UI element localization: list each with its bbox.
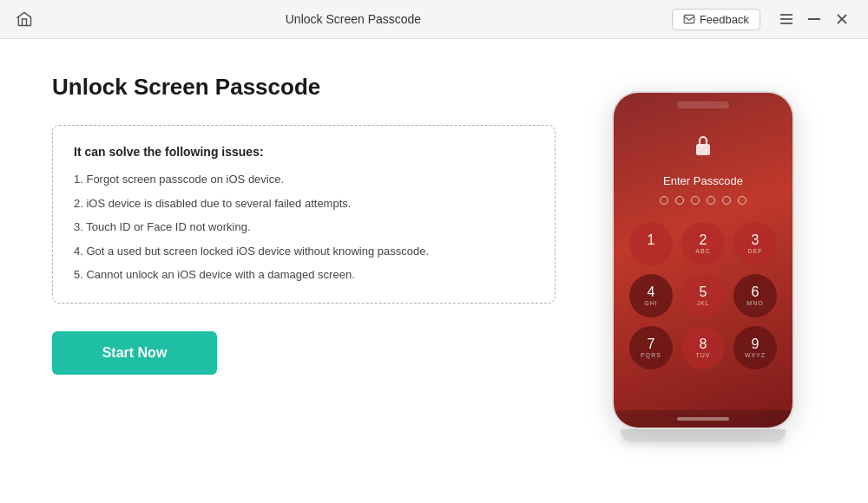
enter-passcode-label: Enter Passcode	[663, 174, 743, 187]
key-8[interactable]: 8TUV	[681, 326, 725, 369]
dot-2	[675, 196, 684, 205]
key-4[interactable]: 4GHI	[629, 274, 673, 317]
key-3[interactable]: 3DEF	[733, 222, 777, 265]
titlebar: Unlock Screen Passcode Feedback	[0, 0, 868, 39]
list-item: 1. Forgot screen passcode on iOS device.	[74, 171, 534, 188]
phone-keypad: 1 2ABC 3DEF 4GHI 5JKL 6MNO 7PQRS 8TUV 9W…	[614, 222, 792, 369]
key-1[interactable]: 1	[629, 222, 673, 265]
key-6[interactable]: 6MNO	[733, 274, 777, 317]
dot-3	[691, 196, 700, 205]
phone-screen: Enter Passcode 1 2ABC 3DEF 4GHI	[614, 93, 792, 428]
dot-6	[738, 196, 746, 205]
phone-notch	[677, 101, 729, 108]
issues-box: It can solve the following issues: 1. Fo…	[52, 125, 556, 304]
key-7[interactable]: 7PQRS	[629, 326, 673, 369]
minimize-button[interactable]	[802, 7, 826, 31]
start-now-button[interactable]: Start Now	[52, 331, 217, 375]
close-button[interactable]	[830, 7, 854, 31]
titlebar-right: Feedback	[672, 7, 854, 31]
list-item: 4. Got a used but screen locked iOS devi…	[74, 243, 534, 260]
page-title: Unlock Screen Passcode	[52, 74, 556, 101]
issues-header: It can solve the following issues:	[74, 145, 534, 159]
menu-button[interactable]	[774, 7, 799, 31]
window-title: Unlock Screen Passcode	[286, 12, 421, 26]
phone-stand	[621, 429, 786, 441]
dot-4	[707, 196, 715, 205]
left-panel: Unlock Screen Passcode It can solve the …	[52, 74, 590, 375]
list-item: 3. Touch ID or Face ID not working.	[74, 219, 534, 236]
passcode-dots	[660, 196, 746, 205]
key-2[interactable]: 2ABC	[681, 222, 725, 265]
dot-1	[660, 196, 668, 205]
phone-notch-area	[614, 93, 792, 108]
main-content: Unlock Screen Passcode It can solve the …	[0, 39, 868, 503]
key-5[interactable]: 5JKL	[681, 274, 725, 317]
issues-list: 1. Forgot screen passcode on iOS device.…	[74, 171, 534, 284]
phone-mockup: Enter Passcode 1 2ABC 3DEF 4GHI	[612, 91, 794, 429]
window-controls	[774, 7, 854, 31]
phone-bottom	[614, 410, 792, 428]
feedback-button[interactable]: Feedback	[672, 9, 760, 30]
list-item: 5. Cannot unlock an iOS device with a da…	[74, 266, 534, 284]
feedback-icon	[683, 13, 695, 25]
lock-icon	[693, 133, 713, 162]
right-panel: Enter Passcode 1 2ABC 3DEF 4GHI	[590, 74, 816, 441]
svg-rect-7	[696, 144, 710, 155]
list-item: 2. iOS device is disabled due to several…	[74, 195, 534, 212]
dot-5	[722, 196, 731, 205]
home-button[interactable]	[14, 9, 35, 29]
key-9[interactable]: 9WXYZ	[733, 326, 777, 369]
home-bar	[677, 417, 729, 421]
svg-rect-0	[684, 15, 694, 23]
